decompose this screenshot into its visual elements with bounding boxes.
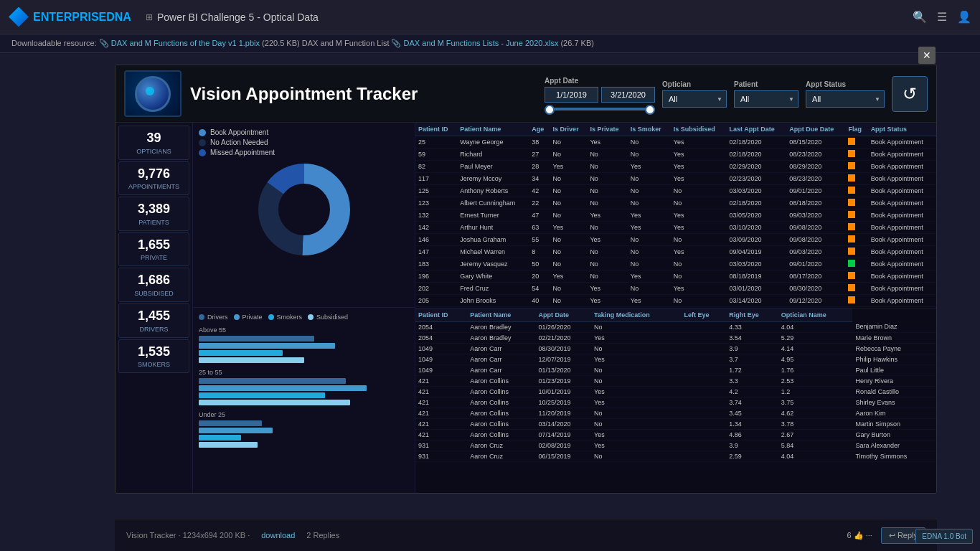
appointments-table-scroll[interactable]: Patient IDPatient NameAgeIs DriverIs Pri…	[415, 123, 936, 308]
logo: ENTERPRISEDNA	[9, 7, 131, 27]
back-button[interactable]: ↺	[892, 76, 928, 112]
link-pbix[interactable]: DAX and M Functions of the Day v1 1.pbix	[111, 39, 260, 47]
table-row[interactable]: 421Aaron Collins10/01/2019Yes4.21.2Ronal…	[415, 386, 936, 397]
table-cell: 3.9	[726, 343, 778, 354]
table-cell: Yes	[628, 222, 671, 234]
table-row[interactable]: 142Arthur Hunt63YesNoYesYes03/10/202009/…	[415, 222, 936, 234]
table-row[interactable]: 132Ernest Turner47NoYesYesYes03/05/20200…	[415, 209, 936, 222]
table-cell: No	[587, 161, 627, 173]
table-row[interactable]: 2054Aaron Bradley02/21/2020Yes3.545.29Ma…	[415, 332, 936, 343]
table-cell: Jeremy Mccoy	[457, 173, 529, 185]
col-header: Taking Medication	[591, 309, 681, 322]
table-row[interactable]: 117Jeremy Mccoy34NoNoNoYes02/23/202008/2…	[415, 173, 936, 185]
table-cell: 03/14/2020	[726, 307, 786, 308]
download-link[interactable]: download	[261, 531, 295, 540]
table-row[interactable]: 421Aaron Collins07/14/2019Yes4.862.67Gar…	[415, 429, 936, 440]
table-cell: 09/03/2020	[786, 246, 845, 258]
bar-legend: Drivers Private Smokers Subsidised	[199, 314, 409, 321]
user-icon[interactable]: 👤	[957, 10, 971, 24]
dashboard-header: Vision Appointment Tracker Appt Date 1/1…	[116, 65, 936, 123]
table-cell: Benjamin Diaz	[852, 321, 936, 332]
react-button[interactable]: 6 👍 ···	[847, 531, 872, 540]
table-cell: 4.14	[778, 343, 853, 354]
date-from[interactable]: 1/1/2019	[545, 87, 598, 103]
table-cell: Aaron Collins	[467, 386, 535, 397]
table-cell: Aaron Carr	[467, 343, 535, 354]
table-row[interactable]: 123Albert Cunningham22NoNoNoNo02/18/2020…	[415, 197, 936, 209]
date-to[interactable]: 3/21/2020	[601, 87, 655, 103]
table-cell	[681, 451, 726, 461]
table-row[interactable]: 1049Aaron Carr01/13/2020No1.721.76Paul L…	[415, 364, 936, 375]
table-cell: 08/18/2019	[726, 270, 786, 283]
table-row[interactable]: 931Aaron Cruz02/08/2019Yes3.95.84Sara Al…	[415, 440, 936, 451]
table-cell: 40	[529, 295, 550, 307]
table-row[interactable]: 1049Aaron Carr12/07/2019Yes3.74.95Philip…	[415, 354, 936, 364]
table-cell: No	[550, 258, 588, 270]
table-cell: No	[587, 222, 627, 234]
table-cell: 03/09/2020	[726, 234, 786, 246]
table-row[interactable]: 25Wayne George38NoYesNoYes02/18/202008/1…	[415, 136, 936, 149]
menu-icon[interactable]: ☰	[937, 10, 947, 24]
table-row[interactable]: 202Fred Cruz54NoYesNoYes03/01/202008/30/…	[415, 283, 936, 295]
table-cell: No	[550, 209, 588, 222]
table-cell	[681, 364, 726, 375]
date-slider[interactable]	[545, 108, 655, 110]
table-row[interactable]: 147Michael Warren8NoNoNoYes09/04/201909/…	[415, 246, 936, 258]
table-row[interactable]: 421Aaron Collins11/20/2019No3.454.62Aaro…	[415, 408, 936, 418]
table-row[interactable]: 931Aaron Cruz06/15/2019No2.594.04Timothy…	[415, 451, 936, 461]
table-row[interactable]: 196Gary White20YesNoYesNo08/18/201908/17…	[415, 270, 936, 283]
table-cell: 3.7	[726, 354, 778, 364]
close-button[interactable]: ✕	[918, 47, 936, 64]
col-header: Is Driver	[550, 123, 588, 136]
stat-value: 39	[122, 131, 186, 146]
prescriptions-table-scroll[interactable]: Patient IDPatient NameAppt DateTaking Me…	[415, 309, 936, 494]
table-row[interactable]: 146Joshua Graham55NoYesNoNo03/09/202009/…	[415, 234, 936, 246]
legend-label: Book Appointment	[210, 128, 268, 136]
flag-orange-icon	[848, 174, 855, 182]
donut-legend-item: Book Appointment	[199, 128, 275, 136]
edna-bot-label: EDNA 1.0 Bot	[915, 529, 973, 544]
table-row[interactable]: 421Aaron Collins01/23/2019No3.32.53Henry…	[415, 375, 936, 386]
table-cell: 1.72	[726, 364, 778, 375]
table-row[interactable]: 2054Aaron Bradley01/26/2020No4.334.04Ben…	[415, 321, 936, 332]
stat-card-subsidised: 1,686 Subsidised	[118, 268, 189, 302]
table-cell: 196	[415, 270, 457, 283]
table-cell: 4.86	[726, 429, 778, 440]
table-row[interactable]: 1049Aaron Carr08/30/2019No3.94.14Rebecca…	[415, 343, 936, 354]
table-row[interactable]: 218Justin Nguyen47YesNoNoNo03/14/202009/…	[415, 307, 936, 308]
table-cell	[681, 418, 726, 429]
table-cell	[681, 440, 726, 451]
table-row[interactable]: 205John Brooks40NoYesYesNo03/14/202009/1…	[415, 295, 936, 307]
table-cell: 4.62	[778, 408, 853, 418]
table-cell: 63	[529, 222, 550, 234]
legend-dot	[199, 129, 206, 136]
table-row[interactable]: 421Aaron Collins10/25/2019Yes3.743.75Shi…	[415, 397, 936, 408]
optician-select[interactable]: All	[662, 90, 727, 108]
table-cell: 08/30/2019	[535, 343, 591, 354]
table-row[interactable]: 59Richard27NoNoNoYes02/18/202008/23/2020…	[415, 149, 936, 161]
table-cell	[845, 197, 867, 209]
bar-legend-dot	[268, 314, 274, 320]
table-cell: Paul Meyer	[457, 161, 529, 173]
table-cell	[845, 283, 867, 295]
table-cell: Aaron Collins	[467, 418, 535, 429]
table-cell	[681, 397, 726, 408]
flag-orange-icon	[848, 272, 855, 279]
table-cell	[845, 222, 867, 234]
table2-header-row: Patient IDPatient NameAppt DateTaking Me…	[415, 309, 936, 322]
bar-legend-label: Drivers	[207, 314, 228, 321]
patient-select[interactable]: All	[734, 90, 798, 108]
search-icon[interactable]: 🔍	[913, 10, 927, 24]
table-cell: No	[671, 234, 727, 246]
table-row[interactable]: 125Anthony Roberts42NoNoNoNo03/03/202009…	[415, 185, 936, 197]
status-select[interactable]: All	[806, 90, 885, 108]
table-cell: No	[587, 173, 627, 185]
table-cell: 03/14/2020	[535, 418, 591, 429]
table-row[interactable]: 421Aaron Collins03/14/2020No1.343.78Mart…	[415, 418, 936, 429]
table-row[interactable]: 82Paul Meyer28YesNoYesYes02/29/202008/29…	[415, 161, 936, 173]
link-xlsx[interactable]: DAX and M Functions Lists - June 2020.xl…	[404, 39, 559, 47]
table-cell: 4.04	[778, 451, 853, 461]
table-cell: 931	[415, 451, 467, 461]
table1-body: 25Wayne George38NoYesNoYes02/18/202008/1…	[415, 136, 936, 308]
table-row[interactable]: 183Jeremy Vasquez50NoNoNoNo03/03/202009/…	[415, 258, 936, 270]
